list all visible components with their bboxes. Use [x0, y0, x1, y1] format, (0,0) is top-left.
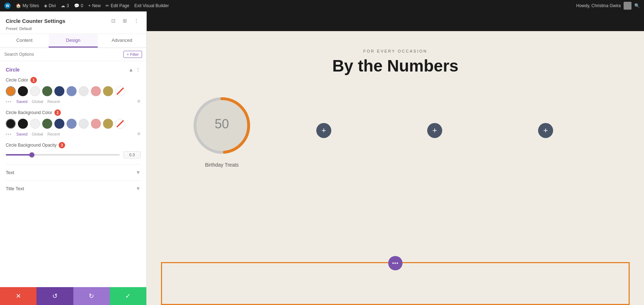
circle-color-setting: Circle Color 1 ••• Saved	[6, 77, 141, 104]
cloud-icon: ☁	[61, 3, 65, 8]
opacity-slider-track[interactable]	[6, 154, 120, 156]
wp-logo[interactable]: W	[4, 3, 11, 9]
tab-content[interactable]: Content	[0, 34, 49, 48]
canvas-subtitle: FOR EVERY OCCASION	[175, 49, 615, 53]
add-buttons-row: + + +	[268, 123, 601, 138]
avatar[interactable]	[624, 2, 631, 10]
swatch-gold[interactable]	[103, 86, 113, 96]
bg-saved-tab[interactable]: Saved	[16, 132, 28, 136]
saved-tab[interactable]: Saved	[16, 99, 28, 104]
edit-page-link[interactable]: ✏ Edit Page	[106, 3, 129, 8]
plus-icon: +	[88, 3, 91, 8]
bg-recent-tab[interactable]: Recent	[48, 132, 60, 136]
title-text-section-title: Title Text	[6, 186, 24, 191]
bottom-bar: ✕ ↺ ↻ ✓	[0, 287, 146, 305]
tab-advanced[interactable]: Advanced	[98, 34, 146, 48]
circle-bg-color-swatches	[6, 119, 141, 129]
bg-swatch-white[interactable]	[30, 119, 40, 129]
circle-bg-opacity-setting: Circle Background Opacity 3	[6, 142, 141, 158]
section-title-circle[interactable]: Circle	[6, 67, 20, 73]
bg-global-tab[interactable]: Global	[32, 132, 43, 136]
collapse-chevron[interactable]: ▲	[128, 67, 133, 73]
cancel-button[interactable]: ✕	[0, 287, 36, 305]
swatch-light-gray[interactable]	[79, 86, 89, 96]
exit-builder-link[interactable]: Exit Visual Builder	[134, 3, 169, 8]
save-button[interactable]: ✓	[110, 287, 146, 305]
global-tab[interactable]: Global	[32, 99, 43, 104]
bg-swatch-periwinkle[interactable]	[67, 119, 77, 129]
new-link[interactable]: + New	[88, 3, 101, 8]
add-counter-btn-1[interactable]: +	[316, 123, 331, 138]
title-text-section-chevron: ▼	[136, 186, 141, 191]
grid-icon[interactable]: ⊞	[121, 16, 129, 25]
my-sites-link[interactable]: 🏠 My Sites	[16, 3, 39, 8]
text-section-chevron: ▼	[136, 169, 141, 175]
circle-counter: 50 Birthday Treats	[190, 93, 254, 168]
wordpress-icon: W	[4, 3, 11, 9]
redo-button[interactable]: ↻	[73, 287, 110, 305]
swatch-pink[interactable]	[91, 86, 101, 96]
undo-button[interactable]: ↺	[36, 287, 73, 305]
add-counter-btn-2[interactable]: +	[427, 123, 442, 138]
panel-content: Circle ▲ ⋮ Circle Color 1	[0, 61, 146, 287]
bg-swatch-dark[interactable]	[6, 119, 16, 129]
search-icon[interactable]: 🔍	[634, 3, 640, 8]
circle-color-swatches	[6, 86, 141, 96]
filter-button[interactable]: + Filter	[123, 51, 142, 58]
home-icon: 🏠	[16, 3, 21, 8]
tab-design[interactable]: Design	[49, 34, 97, 48]
badge-3: 3	[59, 142, 65, 148]
add-counter-btn-3[interactable]: +	[538, 123, 553, 138]
comments-count[interactable]: 💬 0	[74, 3, 83, 8]
circle-svg-wrap: 50	[190, 93, 254, 158]
panel-header: Circle Counter Settings ⊡ ⊞ ⋮ Preset: De…	[0, 11, 146, 34]
purple-handle[interactable]: •••	[388, 256, 402, 270]
canvas-area: FOR EVERY OCCASION By the Numbers 50	[147, 11, 644, 305]
text-section[interactable]: Text ▼	[6, 164, 141, 180]
search-input[interactable]	[4, 52, 121, 57]
circle-bg-opacity-label: Circle Background Opacity 3	[6, 142, 141, 148]
bg-swatch-black[interactable]	[18, 119, 28, 129]
preset-label[interactable]: Preset: Default	[6, 26, 141, 31]
swatch-none[interactable]	[115, 86, 125, 96]
bg-swatch-light-gray[interactable]	[79, 119, 89, 129]
recent-tab[interactable]: Recent	[48, 99, 60, 104]
color-settings-gear[interactable]: ⚙	[137, 99, 141, 104]
bg-color-settings-gear[interactable]: ⚙	[137, 132, 141, 136]
swatch-dark-green[interactable]	[42, 86, 52, 96]
divi-icon: ◈	[44, 3, 47, 8]
main-layout: Circle Counter Settings ⊡ ⊞ ⋮ Preset: De…	[0, 11, 644, 305]
section-menu-icon[interactable]: ⋮	[136, 67, 141, 73]
search-row: + Filter	[0, 48, 146, 61]
circle-bg-color-tabs: ••• Saved Global Recent ⚙	[6, 132, 141, 136]
section-controls: ▲ ⋮	[128, 67, 141, 73]
divi-link[interactable]: ◈ Divi	[44, 3, 56, 8]
more-icon[interactable]: ⋮	[132, 16, 141, 25]
bg-swatch-gold[interactable]	[103, 119, 113, 129]
badge-2: 2	[54, 109, 61, 116]
more-swatches-dots[interactable]: •••	[6, 99, 12, 104]
cloud-count[interactable]: ☁ 3	[61, 3, 69, 8]
swatch-white[interactable]	[30, 86, 40, 96]
swatch-black[interactable]	[18, 86, 28, 96]
panel-tabs: Content Design Advanced	[0, 34, 146, 48]
bg-swatch-dark-blue[interactable]	[54, 119, 64, 129]
title-text-section[interactable]: Title Text ▼	[6, 180, 141, 196]
bg-swatch-pink[interactable]	[91, 119, 101, 129]
swatch-periwinkle[interactable]	[67, 86, 77, 96]
opacity-value-input[interactable]	[123, 151, 141, 158]
canvas-inner: FOR EVERY OCCASION By the Numbers 50	[147, 31, 644, 182]
bg-swatch-none[interactable]	[115, 119, 125, 129]
opacity-slider-thumb[interactable]	[29, 152, 34, 157]
bg-more-swatches-dots[interactable]: •••	[6, 132, 12, 136]
responsive-icon[interactable]: ⊡	[109, 16, 118, 25]
swatch-active[interactable]	[6, 86, 16, 96]
swatch-dark-blue[interactable]	[54, 86, 64, 96]
user-greeting: Howdy, Christina Gwira	[576, 3, 621, 8]
circle-color-label: Circle Color 1	[6, 77, 141, 83]
admin-bar-right: Howdy, Christina Gwira 🔍	[576, 2, 640, 10]
admin-bar: W 🏠 My Sites ◈ Divi ☁ 3 💬 0 + New ✏ Edit…	[0, 0, 644, 11]
pencil-icon: ✏	[106, 3, 109, 8]
bg-swatch-dark-green[interactable]	[42, 119, 52, 129]
counters-row: 50 Birthday Treats + + +	[175, 93, 615, 168]
